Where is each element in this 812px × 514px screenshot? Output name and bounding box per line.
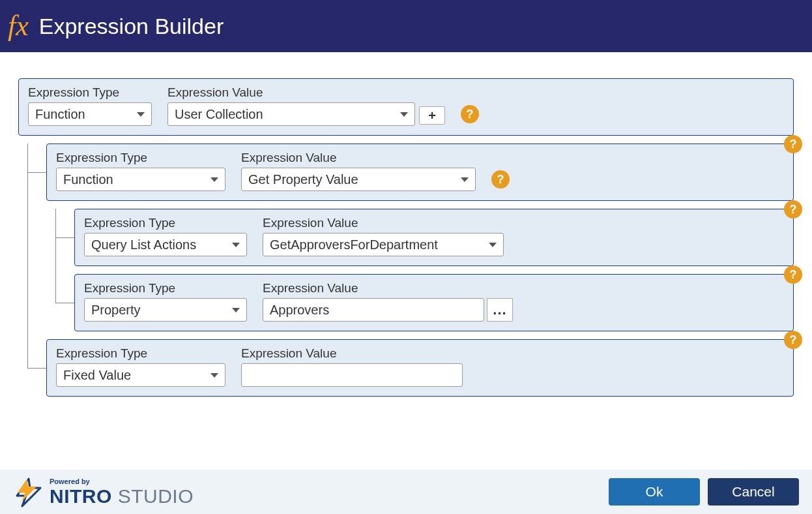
- expression-tree: Expression Type Function Expression Valu…: [0, 52, 812, 470]
- select-expr-type-root[interactable]: Function: [28, 102, 152, 126]
- select-value: Function: [35, 107, 85, 122]
- label-expr-value: Expression Value: [167, 85, 415, 100]
- help-icon[interactable]: ?: [784, 135, 802, 153]
- select-expr-value-gc1[interactable]: GetApproversForDepartment: [263, 233, 504, 256]
- input-expr-value-gc2[interactable]: Approvers: [263, 298, 484, 322]
- expr-row-gc2: ? Expression Type Property Expression V: [74, 274, 794, 331]
- powered-by-label: Powered by: [50, 478, 194, 485]
- chevron-down-icon: [400, 112, 408, 117]
- label-expr-value: Expression Value: [241, 346, 463, 361]
- chevron-down-icon: [210, 177, 218, 182]
- select-value: Get Property Value: [248, 172, 358, 187]
- label-expr-value: Expression Value: [263, 281, 484, 295]
- nitro-bolt-icon: [13, 476, 44, 507]
- expr-row-gc1: ? Expression Type Query List Actions Ex: [74, 209, 794, 266]
- add-button[interactable]: +: [419, 106, 445, 125]
- chevron-down-icon: [232, 308, 240, 312]
- expr-row-root: Expression Type Function Expression Valu…: [18, 78, 794, 136]
- input-value: Approvers: [270, 303, 329, 318]
- select-value: Query List Actions: [91, 237, 196, 252]
- cancel-button[interactable]: Cancel: [708, 478, 799, 506]
- select-value: Function: [63, 172, 113, 187]
- ok-button[interactable]: Ok: [609, 478, 700, 506]
- label-expr-value: Expression Value: [241, 151, 476, 165]
- fx-icon: fx: [8, 12, 29, 40]
- help-icon[interactable]: ?: [784, 200, 802, 219]
- label-expr-type: Expression Type: [56, 151, 225, 165]
- chevron-down-icon: [232, 243, 240, 247]
- brand-studio: STUDIO: [112, 485, 194, 507]
- select-expr-type-gc1[interactable]: Query List Actions: [84, 233, 247, 256]
- select-expr-type-gc2[interactable]: Property: [84, 298, 247, 322]
- dialog-footer: Powered by NITRO STUDIO Ok Cancel: [0, 470, 812, 514]
- chevron-down-icon: [489, 243, 497, 247]
- label-expr-type: Expression Type: [28, 85, 152, 100]
- help-icon[interactable]: ?: [784, 265, 802, 284]
- select-value: User Collection: [175, 107, 263, 122]
- help-icon[interactable]: ?: [461, 105, 479, 123]
- input-expr-value-child2[interactable]: [241, 363, 463, 387]
- label-expr-type: Expression Type: [84, 281, 247, 295]
- select-value: Property: [91, 303, 141, 318]
- browse-button[interactable]: ...: [487, 298, 513, 322]
- label-expr-type: Expression Type: [84, 216, 247, 230]
- label-expr-type: Expression Type: [56, 346, 225, 361]
- select-expr-value-root[interactable]: User Collection: [167, 102, 415, 126]
- select-value: GetApproversForDepartment: [270, 237, 438, 252]
- help-icon[interactable]: ?: [784, 331, 802, 349]
- dialog-header: fx Expression Builder: [0, 0, 812, 52]
- select-expr-type-child2[interactable]: Fixed Value: [56, 363, 225, 387]
- svg-marker-1: [18, 479, 37, 501]
- chevron-down-icon: [137, 112, 145, 117]
- expr-row-child1: ? Expression Type Function Expression Va…: [46, 144, 794, 201]
- brand-bold: NITRO: [50, 485, 112, 507]
- dialog-title: Expression Builder: [39, 14, 224, 39]
- label-expr-value: Expression Value: [263, 216, 504, 230]
- chevron-down-icon: [210, 373, 218, 378]
- select-expr-type-child1[interactable]: Function: [56, 168, 225, 191]
- help-icon[interactable]: ?: [491, 170, 510, 189]
- select-expr-value-child1[interactable]: Get Property Value: [241, 168, 476, 191]
- chevron-down-icon: [461, 177, 469, 182]
- brand-name: NITRO STUDIO: [50, 487, 194, 506]
- expr-row-child2: ? Expression Type Fixed Value Expression…: [46, 339, 794, 397]
- select-value: Fixed Value: [63, 368, 131, 383]
- nitro-logo: Powered by NITRO STUDIO: [13, 476, 194, 507]
